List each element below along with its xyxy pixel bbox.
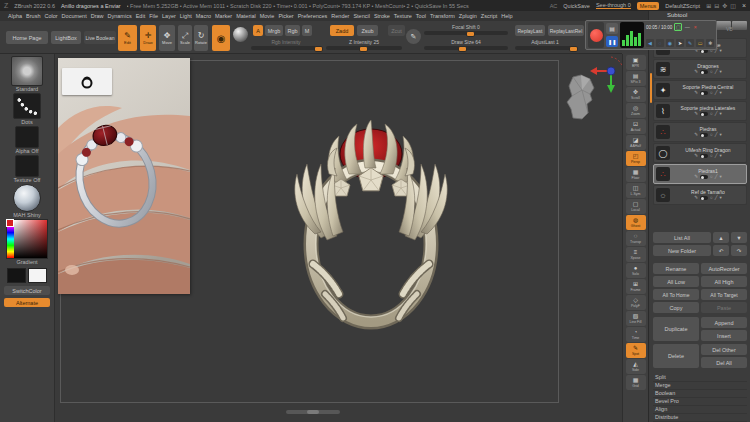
draw-size-slider[interactable]: Draw Size 64 xyxy=(424,39,508,50)
main-color-swatch[interactable] xyxy=(7,268,26,283)
edit-button[interactable]: ✎Edit xyxy=(118,25,137,51)
visibility-toggle[interactable] xyxy=(700,91,708,95)
see-through-slider[interactable]: See-through 0 xyxy=(596,2,631,9)
color-picker[interactable] xyxy=(6,219,48,259)
right-shelf-button[interactable]: ⊞ Frame xyxy=(626,279,646,294)
focal-shift-slider[interactable]: Focal Shift 0 xyxy=(424,24,508,35)
menu-item[interactable]: Brush xyxy=(26,13,40,19)
right-shelf-button[interactable]: ▢ Local xyxy=(626,199,646,214)
canvas-scrollbar[interactable] xyxy=(286,410,340,414)
switch-color-button[interactable]: SwitchColor xyxy=(4,286,50,295)
adjust-last-slider[interactable]: AdjustLast 1 xyxy=(515,39,575,50)
right-shelf-button[interactable]: ▤ SPix 3 xyxy=(626,71,646,86)
gradient-label[interactable]: Gradient xyxy=(16,259,37,266)
visibility-toggle[interactable] xyxy=(700,70,708,74)
ghost-icon[interactable]: ○ xyxy=(710,90,713,96)
right-shelf-button[interactable]: ▧ Line Fill xyxy=(626,311,646,326)
menu-item[interactable]: Texture xyxy=(394,13,412,19)
ghost-icon[interactable]: ○ xyxy=(710,111,713,117)
recorder-restore-button[interactable]: ▢ xyxy=(674,23,682,31)
copy-button[interactable]: Copy xyxy=(653,302,699,313)
all-to-target-button[interactable]: All To Target xyxy=(701,289,747,300)
right-shelf-button[interactable]: ◪ AAHalf xyxy=(626,135,646,150)
ghost-icon[interactable]: ○ xyxy=(710,195,713,201)
home-page-button[interactable]: Home Page xyxy=(6,31,48,44)
subtool-item[interactable]: ◌ Ref de Tamaño ✎ ○ ╱ ▾ xyxy=(653,185,747,205)
del-all-button[interactable]: Del All xyxy=(701,357,747,368)
mrgb-button[interactable]: Mrgb xyxy=(265,25,283,36)
menus-button[interactable]: Menus xyxy=(637,2,660,10)
options-icon[interactable]: ▾ xyxy=(719,132,721,138)
all-to-home-button[interactable]: All To Home xyxy=(653,289,699,300)
options-icon[interactable]: ▾ xyxy=(719,48,721,54)
insert-button[interactable]: Insert xyxy=(701,330,747,341)
quicksave-button[interactable]: QuickSave xyxy=(563,3,590,9)
all-low-button[interactable]: All Low xyxy=(653,276,699,287)
menu-item[interactable]: Stencil xyxy=(353,13,370,19)
right-shelf-button[interactable]: ◭ Side xyxy=(626,359,646,374)
right-shelf-button[interactable]: ✎ Spot xyxy=(626,343,646,358)
ghost-icon[interactable]: ○ xyxy=(710,174,713,180)
recorder-close-button[interactable]: × xyxy=(692,24,698,30)
polypaint-icon[interactable]: ✎ xyxy=(694,90,698,96)
undo-icon-button[interactable]: ↶ xyxy=(713,245,729,256)
live-boolean-button[interactable]: Live Boolean xyxy=(84,31,116,44)
menu-item[interactable]: Alpha xyxy=(8,13,22,19)
visibility-toggle[interactable] xyxy=(700,133,708,137)
a-button[interactable]: A xyxy=(253,25,263,36)
recorder-tool-icon[interactable]: ✎ xyxy=(686,39,694,47)
menu-item[interactable]: Movie xyxy=(260,13,275,19)
menu-item[interactable]: Stroke xyxy=(374,13,390,19)
right-shelf-button[interactable]: ◇ PolyF xyxy=(626,295,646,310)
recorder-minimize-button[interactable]: — xyxy=(684,24,690,30)
zsub-button[interactable]: Zsub xyxy=(357,25,378,36)
recorder-tool-icon[interactable]: ◉ xyxy=(666,39,674,47)
subtool-item[interactable]: ≋ Dragones ✎ ○ ╱ ▾ xyxy=(653,59,747,79)
rgb-intensity-slider[interactable]: Rgb Intensity xyxy=(251,39,321,50)
del-other-button[interactable]: Del Other xyxy=(701,344,747,355)
subtool-item[interactable]: ∴ Piedras ✎ ○ ╱ ▾ xyxy=(653,122,747,142)
current-texture-thumbnail[interactable] xyxy=(15,155,39,177)
subtool-up-button[interactable]: ▲ xyxy=(713,232,729,243)
options-icon[interactable]: ▾ xyxy=(719,174,721,180)
options-icon[interactable]: ▾ xyxy=(719,90,721,96)
doc-resize-icon[interactable]: ⊞ xyxy=(706,2,711,9)
polypaint-icon[interactable]: ✎ xyxy=(694,174,698,180)
polypaint-icon[interactable]: ✎ xyxy=(694,153,698,159)
divider-config-icon[interactable]: ◫ xyxy=(730,2,736,9)
options-icon[interactable]: ▾ xyxy=(719,195,721,201)
palette-title[interactable]: Subtool xyxy=(667,12,687,18)
subtool-item[interactable]: ⌇ Soporte piedra Laterales ✎ ○ ╱ ▾ xyxy=(653,101,747,121)
rename-button[interactable]: Rename xyxy=(653,263,699,274)
polypaint-icon[interactable]: ✎ xyxy=(694,111,698,117)
menu-item[interactable]: Draw xyxy=(91,13,104,19)
polypaint-icon[interactable]: ✎ xyxy=(694,69,698,75)
zadd-button[interactable]: Zadd xyxy=(330,25,354,36)
ghost-icon[interactable]: ○ xyxy=(710,153,713,159)
move-button[interactable]: ✥Move xyxy=(159,25,175,51)
zcut-button[interactable]: Zcut xyxy=(388,25,405,36)
close-button[interactable]: × xyxy=(742,2,746,9)
recorder-tool-icon[interactable]: ➤ xyxy=(676,39,684,47)
recorder-tool-icon[interactable]: ▭ xyxy=(696,39,704,47)
menu-item[interactable]: Preferences xyxy=(298,13,328,19)
current-stroke-thumbnail[interactable] xyxy=(13,93,41,119)
z-intensity-slider[interactable]: Z Intensity 25 xyxy=(326,39,402,50)
list-all-button[interactable]: List All xyxy=(653,232,711,243)
menu-item[interactable]: Material xyxy=(236,13,256,19)
menu-item[interactable]: Transform xyxy=(430,13,455,19)
subtool-item[interactable]: ◯ UMesh Ring Dragon ✎ ○ ╱ ▾ xyxy=(653,143,747,163)
duplicate-button[interactable]: Duplicate xyxy=(653,317,699,341)
visibility-toggle[interactable] xyxy=(700,196,708,200)
recorder-tool-icon[interactable]: ◌ xyxy=(656,39,664,47)
doc-shrink-icon[interactable]: ⊟ xyxy=(714,2,719,9)
pan-doc-icon[interactable]: ✥ xyxy=(722,2,727,9)
right-shelf-button[interactable]: ◔ Time xyxy=(626,327,646,342)
rotate-button[interactable]: ↻Rotate xyxy=(194,25,208,51)
right-shelf-button[interactable]: ◌ Transp xyxy=(626,231,646,246)
polypaint-icon[interactable]: ✎ xyxy=(694,195,698,201)
screenshot-button[interactable]: ▤ xyxy=(606,23,618,34)
right-shelf-button[interactable]: ≡ Xpose xyxy=(626,247,646,262)
subtool-item[interactable]: ∴ Piedras1 ✎ ○ ╱ ▾ xyxy=(653,164,747,184)
menu-item[interactable]: Light xyxy=(180,13,192,19)
